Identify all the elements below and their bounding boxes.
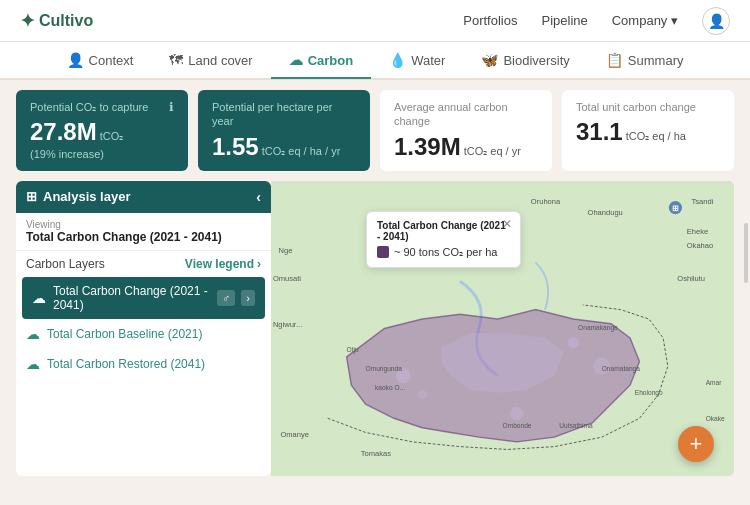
- tab-biodiversity[interactable]: 🦋 Biodiversity: [463, 43, 587, 79]
- tab-context-label: Context: [89, 53, 134, 68]
- tab-context[interactable]: 👤 Context: [49, 43, 152, 79]
- analysis-layer-header: ⊞ Analysis layer ‹: [16, 181, 271, 213]
- stat-co2-value: 27.8M tCO₂: [30, 118, 174, 146]
- chevron-right-icon: ›: [257, 257, 261, 271]
- stat-total-value: 31.1 tCO₂ eq / ha: [576, 118, 720, 146]
- viewing-label: Viewing: [16, 213, 271, 230]
- svg-text:Tomakas: Tomakas: [361, 449, 391, 458]
- svg-text:Oshilutu: Oshilutu: [677, 274, 705, 283]
- water-icon: 💧: [389, 52, 406, 68]
- svg-text:Tsandi: Tsandi: [691, 196, 713, 205]
- carbon-layers-title: Carbon Layers: [26, 257, 105, 271]
- view-legend-button[interactable]: View legend ›: [185, 257, 261, 271]
- analysis-layer-title: ⊞ Analysis layer: [26, 189, 130, 204]
- stat-per-hectare: Potential per hectare per year 1.55 tCO₂…: [198, 90, 370, 171]
- svg-text:Nge: Nge: [279, 246, 293, 255]
- tooltip-close-button[interactable]: ✕: [502, 217, 512, 231]
- context-icon: 👤: [67, 52, 84, 68]
- cloud-icon-1: ☁: [32, 290, 46, 306]
- tab-carbon[interactable]: ☁ Carbon: [271, 43, 372, 79]
- stat-avg-value: 1.39M tCO₂ eq / yr: [394, 133, 538, 161]
- nav-portfolios[interactable]: Portfolios: [463, 13, 517, 28]
- svg-text:⊞: ⊞: [672, 204, 679, 213]
- nav-company[interactable]: Company ▾: [612, 13, 678, 28]
- tab-land-cover-label: Land cover: [188, 53, 252, 68]
- logo-text: Cultivo: [39, 12, 93, 30]
- svg-text:Otju: Otju: [347, 346, 359, 354]
- svg-text:Eholongo: Eholongo: [635, 388, 663, 396]
- tab-navigation: 👤 Context 🗺 Land cover ☁ Carbon 💧 Water …: [0, 42, 750, 80]
- svg-text:Onamakange: Onamakange: [578, 324, 618, 332]
- tooltip-value-row: ~ 90 tons CO₂ per ha: [377, 246, 510, 259]
- svg-point-7: [510, 407, 523, 420]
- stat-avg-annual: Average annual carbon change 1.39M tCO₂ …: [380, 90, 552, 171]
- svg-text:Okahao: Okahao: [687, 241, 713, 250]
- svg-text:Omusati: Omusati: [273, 274, 301, 283]
- svg-point-4: [417, 390, 426, 399]
- svg-text:Ohandugu: Ohandugu: [588, 208, 623, 217]
- svg-text:Eheke: Eheke: [687, 227, 708, 236]
- user-menu-button[interactable]: 👤: [702, 7, 730, 35]
- tooltip-color-swatch: [377, 246, 389, 258]
- cloud-icon-2: ☁: [26, 326, 40, 342]
- map-background: Oruhona Ohandugu Tsandi Eheke Okahao Osh…: [271, 181, 734, 476]
- nav-pipeline[interactable]: Pipeline: [541, 13, 587, 28]
- nav-company-label: Company: [612, 13, 668, 28]
- stats-row: Potential CO₂ to capture ℹ 27.8M tCO₂ (1…: [0, 80, 750, 181]
- tab-biodiversity-label: Biodiversity: [503, 53, 569, 68]
- left-panel: ⊞ Analysis layer ‹ Viewing Total Carbon …: [16, 181, 271, 476]
- summary-icon: 📋: [606, 52, 623, 68]
- scroll-indicator: [744, 223, 748, 283]
- layer-item-total-change[interactable]: ☁ Total Carbon Change (2021 - 2041) ♂ ›: [22, 277, 265, 319]
- tab-water[interactable]: 💧 Water: [371, 43, 463, 79]
- stat-total-title: Total unit carbon change: [576, 100, 720, 114]
- logo-icon: ✦: [20, 10, 35, 32]
- tooltip-value: ~ 90 tons CO₂ per ha: [394, 246, 497, 259]
- tab-carbon-label: Carbon: [308, 53, 354, 68]
- svg-text:Oruhona: Oruhona: [531, 196, 561, 205]
- layer-action-male-icon[interactable]: ♂: [217, 290, 235, 306]
- stat-hectare-title: Potential per hectare per year: [212, 100, 356, 129]
- top-navigation: ✦ Cultivo Portfolios Pipeline Company ▾ …: [0, 0, 750, 42]
- svg-point-5: [568, 337, 579, 348]
- info-icon[interactable]: ℹ: [169, 100, 174, 116]
- chevron-down-icon: ▾: [671, 13, 678, 28]
- tab-summary[interactable]: 📋 Summary: [588, 43, 702, 79]
- svg-text:Omanye: Omanye: [280, 430, 309, 439]
- layer-next-button[interactable]: ›: [241, 290, 255, 306]
- layers-icon: ⊞: [26, 189, 37, 204]
- add-fab-button[interactable]: +: [678, 426, 714, 462]
- tab-summary-label: Summary: [628, 53, 684, 68]
- stat-total-unit: Total unit carbon change 31.1 tCO₂ eq / …: [562, 90, 734, 171]
- tab-land-cover[interactable]: 🗺 Land cover: [151, 43, 270, 79]
- nav-links: Portfolios Pipeline Company ▾ 👤: [463, 7, 730, 35]
- map-tooltip: ✕ Total Carbon Change (2021 - 2041) ~ 90…: [366, 211, 521, 268]
- layer-item-restored[interactable]: ☁ Total Carbon Restored (2041): [16, 349, 271, 379]
- stat-co2-title: Potential CO₂ to capture ℹ: [30, 100, 174, 114]
- svg-text:kaoko O...: kaoko O...: [375, 384, 405, 391]
- stat-hectare-value: 1.55 tCO₂ eq / ha / yr: [212, 133, 356, 161]
- svg-text:Amar: Amar: [706, 379, 723, 386]
- tooltip-title: Total Carbon Change (2021 - 2041): [377, 220, 510, 242]
- svg-text:Ngiwur...: Ngiwur...: [273, 319, 302, 328]
- svg-text:Onamatanga: Onamatanga: [602, 365, 641, 373]
- collapse-panel-button[interactable]: ‹: [256, 189, 261, 205]
- svg-text:Uutsathima: Uutsathima: [559, 421, 593, 428]
- app-logo: ✦ Cultivo: [20, 10, 93, 32]
- land-cover-icon: 🗺: [169, 52, 183, 68]
- carbon-icon: ☁: [289, 52, 303, 68]
- biodiversity-icon: 🦋: [481, 52, 498, 68]
- carbon-layers-header: Carbon Layers View legend ›: [16, 250, 271, 277]
- layer-item-baseline[interactable]: ☁ Total Carbon Baseline (2021): [16, 319, 271, 349]
- svg-text:Omungunda: Omungunda: [365, 365, 402, 373]
- stat-co2-capture: Potential CO₂ to capture ℹ 27.8M tCO₂ (1…: [16, 90, 188, 171]
- svg-text:Ombonde: Ombonde: [503, 421, 532, 428]
- viewing-value: Total Carbon Change (2021 - 2041): [16, 230, 271, 250]
- map-section: ⊞ Analysis layer ‹ Viewing Total Carbon …: [0, 181, 750, 486]
- map-container[interactable]: Oruhona Ohandugu Tsandi Eheke Okahao Osh…: [271, 181, 734, 476]
- stat-co2-sub: (19% increase): [30, 148, 174, 160]
- cloud-icon-3: ☁: [26, 356, 40, 372]
- stat-avg-title: Average annual carbon change: [394, 100, 538, 129]
- tab-water-label: Water: [411, 53, 445, 68]
- svg-text:Okake: Okake: [706, 415, 725, 422]
